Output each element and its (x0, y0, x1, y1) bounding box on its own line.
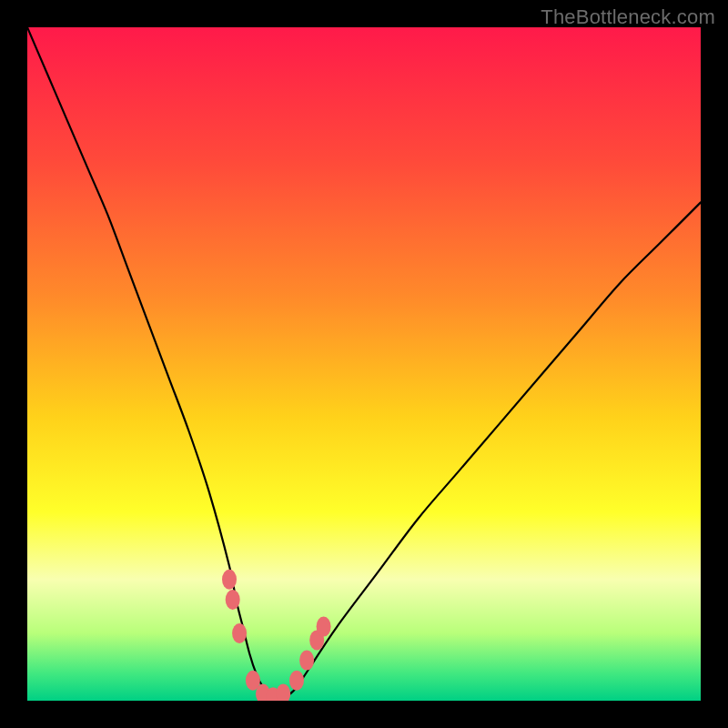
watermark-text: TheBottleneck.com (541, 5, 715, 29)
curve-bead (317, 617, 331, 637)
curve-bead (226, 590, 240, 610)
curve-bead (289, 671, 304, 691)
curve-bead (222, 570, 237, 590)
curve-bead (299, 651, 314, 671)
bottleneck-chart (27, 27, 701, 701)
chart-plot-area (27, 27, 701, 701)
curve-bead (232, 623, 247, 643)
chart-background-gradient (27, 27, 701, 701)
chart-frame: TheBottleneck.com (0, 0, 728, 728)
